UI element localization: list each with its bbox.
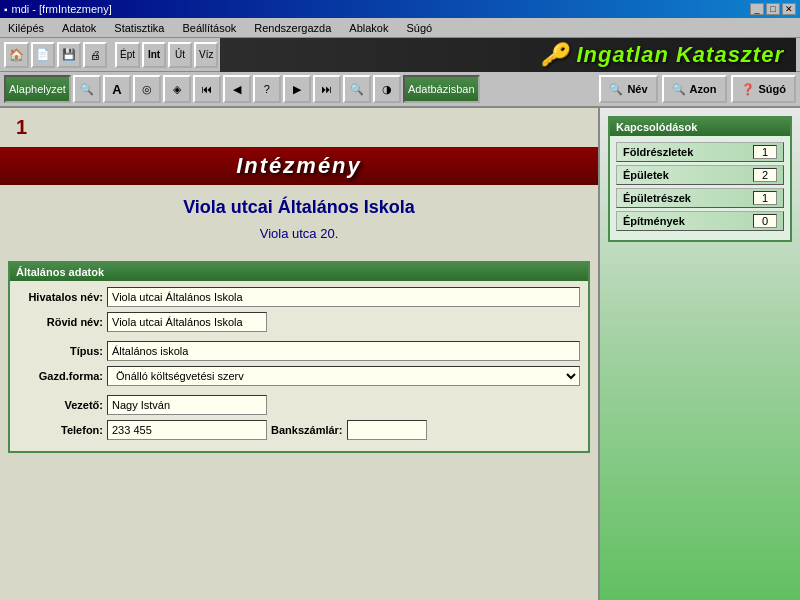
menu-ablakok[interactable]: Ablakok — [345, 22, 392, 34]
menu-sugo[interactable]: Súgó — [402, 22, 436, 34]
toolbar-save-button[interactable] — [57, 42, 81, 68]
query-nev-label: Név — [627, 83, 647, 95]
connections-box: Kapcsolódások Földrészletek 1 Épületek 2… — [608, 116, 792, 242]
rovid-nev-row: Rövid név: — [18, 312, 580, 332]
app-icon: ▪ — [4, 4, 8, 15]
hivatalos-nev-label: Hivatalos név: — [18, 291, 103, 303]
connection-epuletek[interactable]: Épületek 2 — [616, 165, 784, 185]
menu-bar: Kilépés Adatok Statisztika Beállítások R… — [0, 18, 800, 38]
altalanos-section: Általános adatok Hivatalos név: Rövid né… — [8, 261, 590, 453]
nav-help-button[interactable]: ? — [253, 75, 281, 103]
query-nev-search-icon — [609, 83, 623, 96]
bankszamla-label: Bankszámlár: — [271, 424, 343, 436]
toolbar-ut-button[interactable]: Út — [168, 42, 192, 68]
connections-header: Kapcsolódások — [610, 118, 790, 136]
new-icon — [36, 48, 50, 61]
query-azon-search-icon — [672, 83, 686, 96]
gazd-forma-row: Gazd.forma: Önálló költségvetési szerv — [18, 366, 580, 386]
print-icon — [90, 49, 101, 61]
maximize-button[interactable]: □ — [766, 3, 780, 15]
bankszamla-input[interactable] — [347, 420, 427, 440]
conn-epuletek-value: 2 — [753, 168, 777, 182]
rovid-nev-input[interactable] — [107, 312, 267, 332]
conn-epuletreszek-value: 1 — [753, 191, 777, 205]
alaphelyzet-button[interactable]: Alaphelyzet — [4, 75, 71, 103]
logo-text: Ingatlan Kataszter — [577, 42, 785, 68]
toolbar-int-button[interactable]: Int — [142, 42, 166, 68]
toolbar-house-button[interactable] — [4, 42, 29, 68]
conn-epitmenyek-value: 0 — [753, 214, 777, 228]
toolbar2-a-button[interactable] — [103, 75, 131, 103]
conn-foldeszletek-value: 1 — [753, 145, 777, 159]
vezeto-row: Vezető: — [18, 395, 580, 415]
connection-epitmenytek[interactable]: Építmények 0 — [616, 211, 784, 231]
adatbazisban-label: Adatbázisban — [408, 83, 475, 95]
hivatalos-nev-input[interactable] — [107, 287, 580, 307]
search2-icon — [350, 83, 364, 96]
title-bar-buttons[interactable]: _ □ ✕ — [750, 3, 796, 15]
main-content: 1 Intézmény Viola utcai Általános Iskola… — [0, 108, 800, 600]
toolbar-print-button[interactable] — [83, 42, 107, 68]
left-panel: 1 Intézmény Viola utcai Általános Iskola… — [0, 108, 600, 600]
house-icon — [9, 48, 24, 62]
gazd-forma-select[interactable]: Önálló költségvetési szerv — [107, 366, 580, 386]
query-sugo-button[interactable]: Súgó — [731, 75, 797, 103]
menu-adatok[interactable]: Adatok — [58, 22, 100, 34]
query-buttons: Név Azon Súgó — [599, 75, 796, 103]
adatbazisban-button[interactable]: Adatbázisban — [403, 75, 480, 103]
telefon-row: Telefon: Bankszámlár: — [18, 420, 580, 440]
tipus-row: Típus: — [18, 341, 580, 361]
menu-statisztika[interactable]: Statisztika — [110, 22, 168, 34]
menu-beallitasok[interactable]: Beállítások — [178, 22, 240, 34]
telefon-input[interactable] — [107, 420, 267, 440]
toolbar-viz-button[interactable]: Víz — [194, 42, 218, 68]
altalanos-header: Általános adatok — [10, 263, 588, 281]
key-icon: 🔑 — [541, 42, 569, 68]
toolbar2-search-button[interactable] — [73, 75, 101, 103]
nav-last-button[interactable]: ⏭ — [313, 75, 341, 103]
menu-kilepas[interactable]: Kilépés — [4, 22, 48, 34]
toolbar-ept-button[interactable]: Épt — [115, 42, 140, 68]
connection-foldeszletek[interactable]: Földrészletek 1 — [616, 142, 784, 162]
nav-next-button[interactable]: ▶ — [283, 75, 311, 103]
toolbar2-search2-button[interactable] — [343, 75, 371, 103]
title-bar: ▪ mdi - [frmIntezmeny] _ □ ✕ — [0, 0, 800, 18]
query-azon-label: Azon — [690, 83, 717, 95]
vezeto-label: Vezető: — [18, 399, 103, 411]
nav-first-button[interactable]: ⏮ — [193, 75, 221, 103]
app-logo: 🔑 Ingatlan Kataszter — [220, 38, 796, 72]
query-sugo-help-icon — [741, 83, 755, 96]
conn-epuletek-label: Épületek — [623, 169, 669, 181]
query-nev-button[interactable]: Név — [599, 75, 657, 103]
connections-content: Földrészletek 1 Épületek 2 Épületrészek … — [610, 136, 790, 240]
right-panel: Kapcsolódások Földrészletek 1 Épületek 2… — [600, 108, 800, 600]
menu-rendszergazda[interactable]: Rendszergazda — [250, 22, 335, 34]
minimize-button[interactable]: _ — [750, 3, 764, 15]
toolbar2-e-button[interactable]: ◑ — [373, 75, 401, 103]
save-icon — [62, 48, 76, 61]
alaphelyzet-label: Alaphelyzet — [9, 83, 66, 95]
conn-epitmenyek-label: Építmények — [623, 215, 685, 227]
window-title: mdi - [frmIntezmeny] — [12, 3, 112, 15]
nav-prev-button[interactable]: ◀ — [223, 75, 251, 103]
toolbar-new-button[interactable] — [31, 42, 55, 68]
toolbar2: Alaphelyzet ◎ ◈ ⏮ ◀ ? ▶ ⏭ ◑ Adatbázisban… — [0, 72, 800, 108]
altalanos-content: Hivatalos név: Rövid név: Típus: Gazd.fo… — [10, 281, 588, 451]
close-button[interactable]: ✕ — [782, 3, 796, 15]
toolbar1: Épt Int Út Víz 🔑 Ingatlan Kataszter — [0, 38, 800, 72]
rovid-nev-label: Rövid név: — [18, 316, 103, 328]
a-icon — [112, 82, 121, 97]
toolbar2-b-button[interactable]: ◎ — [133, 75, 161, 103]
institution-name: Viola utcai Általános Iskola — [0, 185, 598, 222]
search-icon — [80, 83, 94, 96]
tipus-label: Típus: — [18, 345, 103, 357]
telefon-label: Telefon: — [18, 424, 103, 436]
conn-foldeszletek-label: Földrészletek — [623, 146, 693, 158]
toolbar2-c-button[interactable]: ◈ — [163, 75, 191, 103]
query-sugo-label: Súgó — [759, 83, 787, 95]
vezeto-input[interactable] — [107, 395, 267, 415]
connection-epuletreszek[interactable]: Épületrészek 1 — [616, 188, 784, 208]
institution-address: Viola utca 20. — [0, 222, 598, 253]
tipus-input[interactable] — [107, 341, 580, 361]
query-azon-button[interactable]: Azon — [662, 75, 727, 103]
